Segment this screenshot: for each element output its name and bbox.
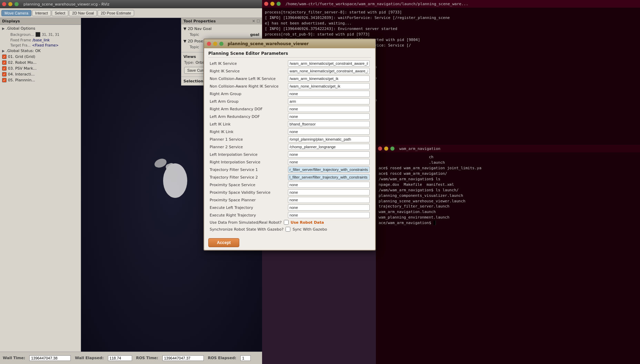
form-input-traj_filter_service1[interactable] (288, 166, 370, 173)
form-label-right_ik_link: Right IK Link (208, 128, 287, 135)
form-cell-execute_right_trajectory (287, 211, 371, 219)
robot-viewport-display (137, 153, 206, 229)
form-input-right_ik_service[interactable] (288, 68, 370, 74)
tree-item-04[interactable]: 04. Interacti... (1, 71, 80, 77)
terminal-right-titlebar: /home/wam-ctrl/fuerte_workspace/wam_arm_… (262, 0, 640, 8)
form-input-left_ik_service[interactable] (288, 60, 370, 67)
rviz-close-btn[interactable] (2, 2, 6, 6)
item-03-checkbox[interactable] (2, 66, 7, 71)
tb-line-2: ace$ rosed wam_arm_navigation joint_limi… (379, 165, 637, 171)
form-input-execute_right_trajectory[interactable] (288, 212, 370, 218)
select-btn[interactable]: Select (52, 10, 69, 16)
tree-global-options[interactable]: ▶ .Global Options (1, 26, 80, 31)
item-03-label: 03. PSV Mark... (8, 66, 37, 71)
sync-gazebo-checkbox[interactable] (286, 227, 290, 232)
dialog-max-btn[interactable] (219, 42, 223, 46)
pose-estimate-btn[interactable]: 2D Pose Estimate (98, 10, 134, 16)
ros-elapsed-label: ROS Elapsed: (208, 356, 236, 360)
status-expand-icon: ▶ (2, 49, 5, 53)
form-input-right_ik_link[interactable] (288, 129, 370, 135)
tb-line-0: ch (379, 154, 637, 160)
tree-item-01[interactable]: 01. Grid (Grid) (1, 54, 80, 60)
tool-props-close[interactable]: ✕ ☐ (252, 19, 260, 23)
dialog-close-btn[interactable] (207, 42, 211, 46)
nav-goal-label: 2D Nav Goal (188, 27, 211, 31)
tree-global-status[interactable]: ▶ .Global Status: OK (1, 48, 80, 54)
form-label-left_interpolation_service: Left Interpolation Service (208, 151, 287, 158)
move-camera-btn[interactable]: Move Camera (1, 10, 31, 16)
form-label-non_col_right_ik: Non Collision-Aware Right IK Service (208, 82, 287, 90)
nav-goal-topic-val: goal (250, 32, 259, 37)
item-02-checkbox[interactable] (2, 60, 7, 65)
tree-background: Backgroun... 31, 31, 31 (1, 31, 80, 38)
form-row-left_arm_redundancy_dof: Left Arm Redundancy DOF (208, 113, 371, 120)
form-input-left_ik_link[interactable] (288, 121, 370, 127)
form-row-traj_filter_service2: Trajectory Filter Service 2 (208, 173, 371, 181)
ros-time-input[interactable] (162, 355, 204, 361)
dialog-titlebar: planning_scene_warehouse_viewer (204, 39, 375, 48)
form-input-left_arm_group[interactable] (288, 98, 370, 104)
accept-btn[interactable]: Accept (208, 238, 239, 247)
terminal-bottom-close[interactable] (378, 146, 382, 151)
form-input-planner2_service[interactable] (288, 144, 370, 150)
form-row-left_interpolation_service: Left Interpolation Service (208, 151, 371, 158)
terminal-bottom-body[interactable]: ch .launch ace$ rosed wam_arm_navigation… (376, 152, 640, 364)
nav-goal-header[interactable]: ▼ 2D Nav Goal (183, 26, 261, 32)
form-label-left_ik_link: Left IK Link (208, 120, 287, 128)
tree-item-02[interactable]: 02. Robot Mo... (1, 60, 80, 65)
form-input-right_arm_group[interactable] (288, 91, 370, 97)
item-04-checkbox[interactable] (2, 72, 7, 77)
form-row-left_ik_service: Left IK Service (208, 60, 371, 67)
t-line-4: process[rob_st_pub-9]: started with pid … (265, 32, 637, 37)
terminal-right-min[interactable] (270, 2, 274, 6)
interact-btn[interactable]: Interact (32, 10, 51, 16)
terminal-bottom-max[interactable] (390, 146, 394, 151)
form-input-proximity_space_service[interactable] (288, 182, 370, 188)
form-input-left_interpolation_service[interactable] (288, 151, 370, 158)
tb-line-1: .launch (379, 160, 637, 165)
tree-item-03[interactable]: 03. PSV Mark... (1, 65, 80, 71)
form-input-non_col_right_ik[interactable] (288, 83, 370, 89)
wall-time-input[interactable] (29, 355, 71, 361)
rviz-min-btn[interactable] (8, 2, 12, 6)
tb-line-7: planning_components_visualizer.launch (379, 193, 637, 199)
dialog-section-title: Planning Scene Editor Parameters (208, 51, 371, 58)
terminal-bottom: wam_arm_navigation ch .launch ace$ rosed… (376, 145, 640, 364)
tb-line-11: wam_planning_environment.launch (379, 215, 637, 220)
bg-key: Backgroun... (10, 32, 34, 37)
form-input-right_arm_redundancy_dof[interactable] (288, 106, 370, 112)
item-04-label: 04. Interacti... (8, 72, 34, 77)
form-input-proximity_space_validity[interactable] (288, 189, 370, 195)
form-input-left_arm_redundancy_dof[interactable] (288, 113, 370, 120)
ros-elapsed-input[interactable] (240, 355, 251, 361)
nav-goal-topic-row: Topic goal (183, 32, 261, 38)
wall-elapsed-input[interactable] (108, 355, 132, 361)
form-input-proximity_space_planner[interactable] (288, 197, 370, 203)
display-tree: ▶ .Global Options Backgroun... 31, 31, 3… (0, 25, 81, 354)
terminal-bottom-min[interactable] (384, 146, 388, 151)
form-row-execute_right_trajectory: Execute Right Trajectory (208, 211, 371, 219)
form-input-planner1_service[interactable] (288, 136, 370, 142)
use-robot-data-checkbox[interactable] (284, 220, 289, 225)
dialog-body: Planning Scene Editor Parameters Left IK… (204, 48, 375, 235)
form-input-execute_left_trajectory[interactable] (288, 204, 370, 211)
terminal-right-close[interactable] (264, 2, 268, 6)
form-label-right_arm_group: Right Arm Group (208, 90, 287, 98)
rviz-max-btn[interactable] (14, 2, 19, 6)
nav-goal-btn[interactable]: 2D Nav Goal (69, 10, 97, 16)
form-input-traj_filter_service2[interactable] (288, 174, 370, 180)
expand-icon: ▶ (2, 27, 5, 30)
tb-line-9: trajectory_filter_server.launch (379, 204, 637, 209)
form-input-non_col_left_ik[interactable] (288, 75, 370, 82)
tree-target-frame: Target Fra... <Fixed Frame> (1, 43, 80, 48)
t-line-1: [ INFO] [1396446926.341012039]: waitForS… (265, 15, 637, 21)
form-input-right_interpolation_service[interactable] (288, 159, 370, 165)
item-05-checkbox[interactable] (2, 78, 7, 82)
item-01-checkbox[interactable] (2, 54, 7, 59)
tree-item-05[interactable]: 05. Plannnin... (1, 77, 80, 83)
pose-expand: ▼ (183, 39, 186, 43)
ros-time-label: ROS Time: (136, 356, 158, 360)
tb-line-8: planning_scene_warehouse_viewer.launch (379, 199, 637, 204)
dialog-min-btn[interactable] (213, 42, 217, 46)
terminal-right-max[interactable] (277, 2, 281, 6)
